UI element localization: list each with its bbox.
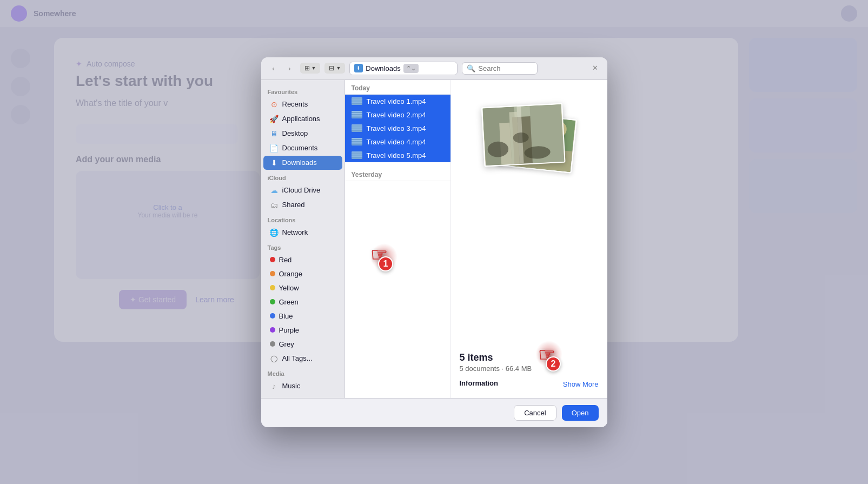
sidebar-item-recents[interactable]: ⊙ Recents (263, 97, 342, 111)
svg-rect-0 (352, 97, 362, 105)
file-list-area: Today Travel video 1.mp4 Travel video 2.… (345, 80, 450, 398)
sidebar-item-applications[interactable]: 🚀 Applications (263, 112, 342, 126)
svg-rect-11 (352, 129, 362, 130)
grid-view-icon: ⊟ (329, 64, 334, 72)
sidebar-item-all-tags[interactable]: ◯ All Tags... (263, 352, 342, 366)
sidebar-item-desktop[interactable]: 🖥 Desktop (263, 127, 342, 141)
svg-rect-7 (352, 115, 362, 116)
svg-rect-6 (352, 113, 362, 114)
file-thumb-5 (352, 151, 362, 159)
tag-yellow-label: Yellow (279, 284, 299, 292)
recents-label: Recents (282, 100, 308, 108)
preview-info-label: Information (460, 379, 499, 387)
applications-label: Applications (282, 115, 320, 123)
search-box[interactable]: 🔍 (462, 62, 538, 75)
sidebar-item-network[interactable]: 🌐 Network (263, 226, 342, 240)
file-thumb-2 (352, 111, 362, 118)
file-thumb-4 (352, 138, 362, 145)
tag-blue-dot (270, 313, 275, 319)
location-selector[interactable]: ⬇ Downloads ⌃⌄ (349, 62, 458, 75)
svg-rect-9 (352, 124, 362, 125)
back-button[interactable]: ‹ (268, 62, 280, 74)
file-name-2: Travel video 2.mp4 (367, 111, 426, 119)
file-picker-dialog: ✕ ‹ › ⊞ ▼ ⊟ ▼ ⬇ Downloads ⌃⌄ 🔍 (261, 57, 607, 427)
sidebar-item-tag-red[interactable]: Red (263, 253, 342, 267)
documents-label: Documents (282, 144, 318, 152)
preview-count: 5 items (460, 352, 599, 363)
shared-icon: 🗂 (270, 201, 279, 209)
sidebar-item-tag-yellow[interactable]: Yellow (263, 281, 342, 295)
tag-purple-dot (270, 327, 275, 333)
svg-rect-10 (352, 127, 362, 128)
location-stepper[interactable]: ⌃⌄ (403, 64, 419, 73)
tag-purple-label: Purple (279, 326, 300, 334)
modal-overlay: ✕ ‹ › ⊞ ▼ ⊟ ▼ ⬇ Downloads ⌃⌄ 🔍 (0, 0, 868, 484)
file-name-5: Travel video 5.mp4 (367, 151, 426, 160)
svg-rect-15 (352, 142, 362, 143)
tag-green-label: Green (279, 298, 299, 306)
preview-panel: 5 items 5 documents · 66.4 MB Informatio… (450, 80, 607, 398)
file-item-5[interactable]: Travel video 5.mp4 (345, 149, 450, 162)
all-tags-label: All Tags... (282, 354, 313, 362)
documents-icon: 📄 (270, 144, 279, 153)
music-icon: ♪ (270, 382, 279, 390)
view-chevron: ▼ (312, 65, 316, 71)
svg-rect-13 (352, 138, 362, 139)
svg-rect-19 (352, 156, 362, 157)
file-thumb-3 (352, 124, 362, 132)
dialog-footer: Cancel Open (261, 398, 607, 427)
dialog-toolbar: ‹ › ⊞ ▼ ⊟ ▼ ⬇ Downloads ⌃⌄ 🔍 (261, 57, 607, 80)
svg-rect-17 (352, 151, 362, 153)
tags-section-label: Tags (261, 240, 344, 253)
forward-button[interactable]: › (284, 62, 296, 74)
sidebar-item-tag-purple[interactable]: Purple (263, 323, 342, 337)
sidebar: Favourites ⊙ Recents 🚀 Applications 🖥 De… (261, 80, 345, 398)
file-item-3[interactable]: Travel video 3.mp4 (345, 122, 450, 135)
file-item-2[interactable]: Travel video 2.mp4 (345, 108, 450, 122)
sidebar-item-music[interactable]: ♪ Music (263, 379, 342, 393)
svg-rect-1 (352, 97, 362, 98)
downloads-label: Downloads (282, 158, 317, 167)
svg-rect-14 (352, 140, 362, 141)
close-button[interactable]: ✕ (590, 63, 601, 74)
file-thumb-1 (352, 97, 362, 105)
music-label: Music (282, 382, 301, 390)
icloud-drive-label: iCloud Drive (282, 186, 321, 194)
icloud-drive-icon: ☁ (270, 186, 279, 195)
recents-icon: ⊙ (270, 100, 279, 109)
column-view-button[interactable]: ⊞ ▼ (300, 63, 321, 74)
file-item-4[interactable]: Travel video 4.mp4 (345, 135, 450, 149)
file-name-4: Travel video 4.mp4 (367, 138, 426, 146)
desktop-icon: 🖥 (270, 129, 279, 138)
dialog-content: Favourites ⊙ Recents 🚀 Applications 🖥 De… (261, 80, 607, 398)
sidebar-item-tag-blue[interactable]: Blue (263, 309, 342, 323)
file-name-1: Travel video 1.mp4 (367, 97, 426, 105)
svg-rect-5 (352, 111, 362, 112)
sidebar-item-documents[interactable]: 📄 Documents (263, 141, 342, 155)
open-button[interactable]: Open (562, 405, 599, 421)
tag-blue-label: Blue (279, 312, 293, 320)
tag-orange-dot (270, 271, 275, 276)
sidebar-item-tag-orange[interactable]: Orange (263, 267, 342, 281)
svg-rect-16 (352, 151, 362, 159)
downloads-icon: ⬇ (270, 158, 279, 167)
location-folder-icon: ⬇ (354, 64, 363, 72)
show-more-button[interactable]: Show More (563, 380, 599, 388)
file-item-1[interactable]: Travel video 1.mp4 (345, 95, 450, 108)
icloud-section-label: iCloud (261, 170, 344, 183)
search-input[interactable] (478, 64, 533, 72)
sidebar-item-shared[interactable]: 🗂 Shared (263, 198, 342, 212)
sidebar-item-tag-green[interactable]: Green (263, 295, 342, 309)
section-gap (345, 162, 450, 167)
cancel-button[interactable]: Cancel (514, 405, 556, 421)
sidebar-item-icloud-drive[interactable]: ☁ iCloud Drive (263, 183, 342, 197)
sidebar-item-tag-grey[interactable]: Grey (263, 337, 342, 351)
svg-rect-3 (352, 102, 362, 103)
file-name-3: Travel video 3.mp4 (367, 124, 426, 132)
favourites-section-label: Favourites (261, 84, 344, 97)
all-tags-icon: ◯ (270, 354, 279, 363)
preview-size: 5 documents · 66.4 MB (460, 364, 599, 373)
grid-view-button[interactable]: ⊟ ▼ (324, 63, 345, 74)
svg-rect-4 (352, 111, 362, 118)
sidebar-item-downloads[interactable]: ⬇ Downloads (263, 156, 342, 170)
